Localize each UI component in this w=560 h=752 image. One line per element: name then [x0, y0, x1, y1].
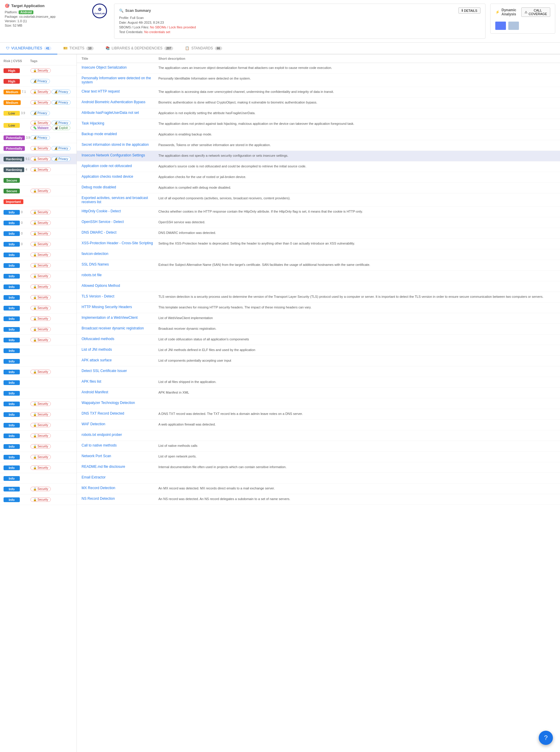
vuln-title[interactable]: Android Manifest [82, 390, 158, 394]
left-vuln-row[interactable]: Info🔒 Security [0, 260, 77, 271]
vuln-title[interactable]: HTTP Missing Security Headers [82, 305, 158, 309]
vuln-title[interactable]: Detect SSL Certificate Issuer [82, 369, 158, 373]
tab-tickets[interactable]: 🎫 TICKETS 10 [57, 43, 100, 54]
left-vuln-row[interactable]: Info🔒 Security [0, 399, 77, 409]
right-vuln-row[interactable]: Allowed Options Method [77, 281, 560, 292]
vuln-title[interactable]: APK attack surface [82, 358, 158, 362]
vuln-title[interactable]: Wappalyzer Technology Detection [82, 401, 158, 405]
right-vuln-row[interactable]: WAF DetectionA web application firewall … [77, 420, 560, 430]
vuln-title[interactable]: favicon-detection [82, 252, 158, 256]
right-vuln-row[interactable]: robots.txt endpoint prober [77, 430, 560, 441]
right-vuln-row[interactable]: Application code not obfuscatedApplicati… [77, 161, 560, 172]
right-vuln-row[interactable]: Personally Information were detected on … [77, 74, 560, 87]
vuln-title[interactable]: Clear text HTTP request [82, 89, 158, 93]
left-vuln-row[interactable]: Info0🔒 Security [0, 218, 77, 228]
vuln-title[interactable]: SSL DNS Names [82, 262, 158, 266]
vuln-title[interactable]: README.md file disclosure [82, 465, 158, 469]
right-vuln-row[interactable]: favicon-detection [77, 249, 560, 260]
right-vuln-row[interactable]: Backup mode enabledApplication is enabli… [77, 130, 560, 140]
right-vuln-row[interactable]: Exported activites, services and broadca… [77, 193, 560, 207]
vuln-title[interactable]: Task Hijacking [82, 121, 158, 126]
right-vuln-row[interactable]: SSL DNS NamesExtract the Subject Alterna… [77, 260, 560, 271]
vuln-title[interactable]: Secret information stored in the applica… [82, 142, 158, 147]
right-vuln-row[interactable]: DNS DMARC - DetectDNS DMARC information … [77, 228, 560, 239]
right-vuln-row[interactable]: Obfuscated methodsList of code obfuscati… [77, 334, 560, 345]
left-vuln-row[interactable]: Info🔒 Security [0, 335, 77, 345]
vuln-title[interactable]: Insecure Object Serialization [82, 65, 158, 70]
right-vuln-row[interactable]: robots.txt file [77, 271, 560, 281]
left-vuln-row[interactable]: Info [0, 356, 77, 367]
right-vuln-row[interactable]: Network Port ScanList of open network po… [77, 451, 560, 462]
right-vuln-row[interactable]: List of JNI methodsList of JNI methods d… [77, 345, 560, 356]
left-vuln-row[interactable]: Medium🔒 Security🔏 Privacy [0, 97, 77, 108]
right-vuln-row[interactable]: Call to native methodsList of native met… [77, 441, 560, 451]
vuln-title[interactable]: Application code not obfuscated [82, 164, 158, 168]
right-vuln-row[interactable]: Insecure Network Configuration SettingsT… [77, 151, 560, 161]
vuln-title[interactable]: Broadcast receiver dynamic registration [82, 326, 158, 330]
left-vuln-row[interactable]: Info🔒 Security [0, 495, 77, 505]
vuln-title[interactable]: OpenSSH Service - Detect [82, 220, 158, 224]
tab-standards[interactable]: 📋 STANDARDS 66 [179, 43, 228, 54]
right-vuln-row[interactable]: Implementation of a WebViewClientList of… [77, 313, 560, 324]
left-vuln-row[interactable]: Info🔒 Security [0, 250, 77, 260]
right-vuln-row[interactable]: Wappalyzer Technology Detection [77, 398, 560, 409]
details-button[interactable]: ℹ DETAILS [458, 7, 480, 14]
right-vuln-row[interactable]: MX Record DetectionAn MX record was dete… [77, 483, 560, 494]
left-vuln-row[interactable]: Info🔒 Security [0, 420, 77, 430]
vuln-title[interactable]: robots.txt endpoint prober [82, 432, 158, 437]
right-vuln-row[interactable]: Application checks rooted deviceApplicat… [77, 172, 560, 183]
vuln-title[interactable]: Allowed Options Method [82, 284, 158, 288]
vuln-title[interactable]: Obfuscated methods [82, 337, 158, 341]
left-vuln-row[interactable]: Info🔒 Security [0, 271, 77, 282]
left-vuln-row[interactable]: Important [0, 196, 77, 207]
left-vuln-row[interactable]: Potentially🔒 Security🔏 Privacy [0, 143, 77, 154]
right-vuln-row[interactable]: TLS Version - DetectTLS version detectio… [77, 292, 560, 303]
vuln-title[interactable]: NS Record Detection [82, 497, 158, 501]
left-vuln-row[interactable]: Info🔒 Security [0, 292, 77, 303]
left-vuln-row[interactable]: Info🔒 Security [0, 324, 77, 335]
right-vuln-row[interactable]: Android Biometric Authentication BypassB… [77, 98, 560, 108]
right-vuln-row[interactable]: DNS TXT Record DetectedA DNS TXT record … [77, 409, 560, 420]
left-vuln-row[interactable]: High🔏 Privacy [0, 76, 77, 86]
vuln-title[interactable]: HttpOnly Cookie - Detect [82, 209, 158, 213]
left-vuln-row[interactable]: Info🔒 Security [0, 484, 77, 495]
right-vuln-row[interactable]: Debug mode disabledApplication is compil… [77, 183, 560, 193]
left-vuln-row[interactable]: Hardening9.1🔒 Security🔏 Privacy [0, 154, 77, 165]
left-vuln-row[interactable]: Info🔒 Security [0, 452, 77, 463]
vuln-title[interactable]: Exported activites, services and broadca… [82, 196, 158, 204]
vuln-title[interactable]: Application checks rooted device [82, 174, 158, 179]
right-vuln-row[interactable]: Clear text HTTP requestThe application i… [77, 87, 560, 98]
left-vuln-row[interactable]: Info0🔒 Security [0, 228, 77, 239]
left-vuln-row[interactable]: Info🔒 Security [0, 409, 77, 420]
vuln-title[interactable]: Network Port Scan [82, 454, 158, 458]
left-vuln-row[interactable]: Info🔒 Security [0, 430, 77, 441]
right-vuln-row[interactable]: OpenSSH Service - DetectOpenSSH service … [77, 217, 560, 228]
right-vuln-row[interactable]: HttpOnly Cookie - DetectChecks whether c… [77, 207, 560, 217]
right-vuln-row[interactable]: APK files listList of all files shipped … [77, 377, 560, 388]
right-vuln-row[interactable]: Attribute hasFragileUserData not setAppl… [77, 108, 560, 119]
vuln-title[interactable]: XSS-Protection Header - Cross-Site Scrip… [82, 241, 158, 245]
vuln-title[interactable]: DNS DMARC - Detect [82, 230, 158, 234]
left-vuln-row[interactable]: Medium7.1🔒 Security🔏 Privacy [0, 86, 77, 97]
vuln-title[interactable]: TLS Version - Detect [82, 294, 158, 298]
right-vuln-row[interactable]: Android ManifestAPK Manifest in XML [77, 388, 560, 398]
left-vuln-row[interactable]: Info0🔒 Security [0, 239, 77, 250]
right-vuln-row[interactable]: Insecure Object SerializationThe applica… [77, 63, 560, 74]
vuln-title[interactable]: Android Biometric Authentication Bypass [82, 100, 158, 104]
tab-libraries[interactable]: 📚 LIBRARIES & DEPENDENCIES 207 [100, 43, 179, 54]
vuln-title[interactable]: APK files list [82, 380, 158, 384]
left-vuln-row[interactable]: Info [0, 377, 77, 388]
left-vuln-row[interactable]: Info [0, 345, 77, 356]
vuln-title[interactable]: MX Record Detection [82, 486, 158, 490]
vuln-title[interactable]: List of JNI methods [82, 347, 158, 352]
help-fab[interactable]: ? [539, 731, 553, 745]
left-vuln-row[interactable]: Info🔒 Security [0, 367, 77, 377]
left-vuln-row[interactable]: Info🔒 Security [0, 282, 77, 292]
right-vuln-row[interactable]: Broadcast receiver dynamic registrationB… [77, 324, 560, 334]
right-vuln-row[interactable]: HTTP Missing Security HeadersThis templa… [77, 303, 560, 313]
right-vuln-row[interactable]: XSS-Protection Header - Cross-Site Scrip… [77, 239, 560, 249]
left-vuln-row[interactable]: Info [0, 388, 77, 399]
vuln-title[interactable]: Backup mode enabled [82, 132, 158, 136]
call-coverage-button[interactable]: ⚠ CALL COVERAGE [521, 7, 550, 17]
left-vuln-row[interactable]: Info🔒 Security [0, 313, 77, 324]
